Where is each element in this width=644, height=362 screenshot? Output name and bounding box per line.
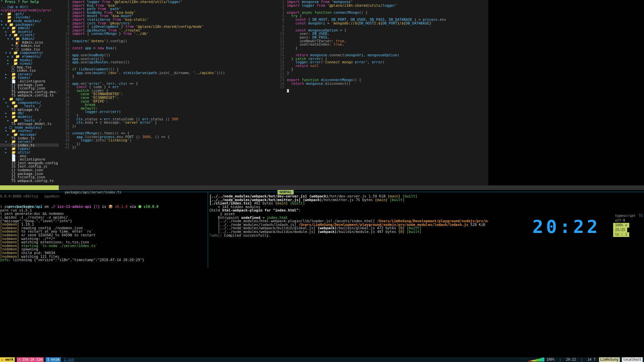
tree-statusbar: <lopment/playground/nodejs/prv [0,185,59,190]
tree-item[interactable]: TS webpack.config.ts [0,179,59,183]
code-line[interactable]: 22} [59,74,274,78]
editor-right-statusbar: NORMAL +0 ~0 -0 ⎇ iss-13-admin-api! pack… [274,185,644,190]
code-line[interactable]: 38connectMongo().then(() => { [59,131,274,135]
code-line[interactable]: 14 } [274,46,488,50]
code-line[interactable]: 20 } [274,67,488,71]
code-line[interactable]: 24 return mongoose.disconnect() [274,82,488,85]
tmux-host: localhost [622,357,643,362]
code-line[interactable]: 18app.use(apiRoutes.routes()) [59,60,274,64]
terminal-line: Child html-webpack-plugin for "index.htm… [209,208,488,212]
terminal-right[interactable]: [../../node_modules/webpack/hot/dev-serv… [209,194,488,268]
vim-mode-indicator: NORMAL [278,190,294,195]
code-line[interactable]: 33 } [59,114,274,117]
terminal-line: ｢wdm｣: Compiled successfully. [209,234,488,237]
terminal-line: [nodemon] child pid: 94634 [0,251,207,255]
code-line[interactable]: 21 app.use(mount('/doc', staticServe(pat… [59,71,274,75]
terminal-left[interactable]: 0.0.0:8088->80/tcp pgadmin prv/packages/… [0,194,207,268]
code-line[interactable]: 32 logger.error(err) [59,110,274,114]
terminal-line: info: listening {"service":"i18n","times… [0,258,207,262]
tree-item[interactable]: ▸ 📁 utils/ [0,150,59,154]
code-line[interactable]: 2import logger from '@place/i18n-shared/… [274,4,488,7]
code-line[interactable]: 42}) [59,145,274,149]
tree-item[interactable]: ▾ ✗ 📁 Admin/ [0,37,59,41]
docker-ps-row: 0.0.0:8088->80/tcp pgadmin [0,194,207,198]
tmux-time: 20:22 [564,357,577,362]
tmux-user: LimHoSung [599,357,620,362]
code-line[interactable]: 14const app = new Koa() [59,46,274,50]
code-line[interactable]: 36}) [59,124,274,128]
code-line[interactable]: 13 useCreateIndex: true, [274,43,488,46]
code-line[interactable]: 7 const mongoUri = `mongodb://${DB_HOST}… [274,21,488,25]
code-line[interactable]: 35 ctx.body = { message: 'server error' … [59,121,274,124]
terminal-line: [../../node_modules/webpack/buildin/modu… [209,230,488,234]
code-line[interactable]: 19 return null [274,64,488,68]
tree-item[interactable]: {} nodemon.json [0,168,59,172]
tmux-session[interactable]: ☐ work [0,357,15,362]
code-line[interactable]: 10import { connectMongo } from '../db' [59,32,274,36]
code-line[interactable]: 21} [274,71,488,75]
tmux-window-1[interactable]: 1 nvim [46,357,60,362]
tree-item[interactable]: ▸ 📁 message/ [0,133,59,136]
tmux-window-2[interactable]: 2 zsh [63,357,76,362]
tmux-statusbar: ☐ work ↑ 15d 2h 12m 1 nvim 2 zsh ▁▂▃▄▅▆▇… [0,357,644,362]
file-tree[interactable]: " Press ? for help .. (up a dir) </playg… [0,0,59,185]
code-line[interactable]: 41 }) [59,142,274,146]
code-line[interactable]: 11 pass: DB_PASS, [274,36,488,39]
tmux-uptime: ↑ 15d 2h 12m [17,357,44,362]
editor-left[interactable]: 1import logger from '@place/i18n-shared/… [59,0,274,185]
code-line[interactable]: 12require('dotenv').config() [59,39,274,43]
code-line[interactable]: 4export async function connectMongo() { [274,11,488,14]
cursor [287,89,289,93]
terminal-line: [nodemon] or send SIGUSR2 to 94598 to re… [0,233,207,237]
battery-gauge: ▁▂▃▄▅▆▇█ 100% [527,357,556,362]
clock-overlay: 20:22 [532,218,600,236]
terminal-line: $ apidoc -i ./routes/ -o apidoc/ [0,216,207,219]
editor-left-statusbar: packages/api/server/index.ts typescriptT… [59,185,274,190]
editor-right[interactable]: 1import mongoose from 'mongoose'2import … [274,0,488,185]
tmux-date: 14 7 [586,357,597,362]
code-line[interactable]: 40 logger.info('listening') [59,138,274,142]
tree-help-hint: " Press ? for help [0,0,59,4]
code-line[interactable]: 25 [274,85,488,89]
